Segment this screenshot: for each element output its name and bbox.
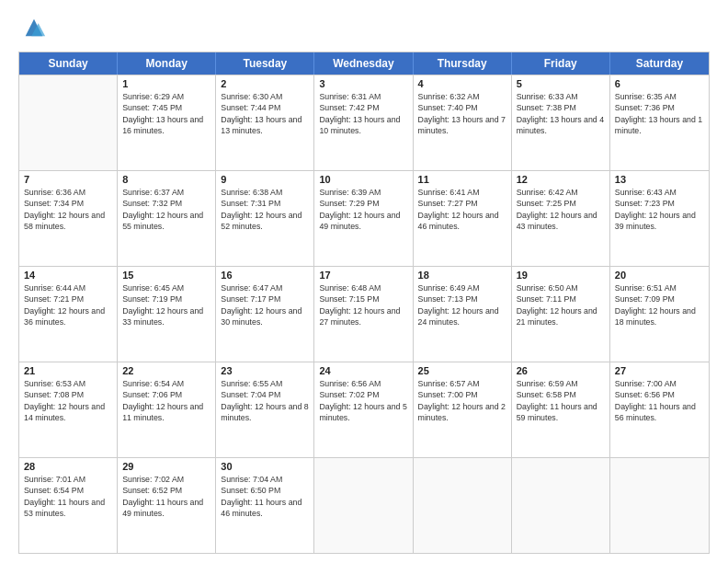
calendar-cell: 14Sunrise: 6:44 AM Sunset: 7:21 PM Dayli… (19, 267, 118, 362)
cell-info: Sunrise: 6:43 AM Sunset: 7:23 PM Dayligh… (615, 187, 704, 232)
calendar-row-3: 21Sunrise: 6:53 AM Sunset: 7:08 PM Dayli… (19, 362, 709, 457)
day-number: 9 (221, 174, 309, 185)
cell-info: Sunrise: 6:30 AM Sunset: 7:44 PM Dayligh… (221, 91, 309, 136)
header-day-thursday: Thursday (414, 52, 512, 75)
day-number: 10 (319, 174, 407, 185)
day-number: 20 (615, 270, 704, 281)
cell-info: Sunrise: 6:29 AM Sunset: 7:45 PM Dayligh… (122, 91, 210, 136)
calendar-cell: 19Sunrise: 6:50 AM Sunset: 7:11 PM Dayli… (512, 267, 610, 362)
calendar-row-4: 28Sunrise: 7:01 AM Sunset: 6:54 PM Dayli… (19, 457, 709, 553)
calendar-cell (414, 458, 512, 553)
day-number: 3 (319, 78, 407, 89)
cell-info: Sunrise: 6:56 AM Sunset: 7:02 PM Dayligh… (319, 378, 407, 423)
day-number: 23 (221, 365, 309, 376)
day-number: 19 (517, 270, 605, 281)
calendar-cell: 15Sunrise: 6:45 AM Sunset: 7:19 PM Dayli… (118, 267, 216, 362)
cell-info: Sunrise: 6:48 AM Sunset: 7:15 PM Dayligh… (319, 282, 407, 327)
calendar-cell: 9Sunrise: 6:38 AM Sunset: 7:31 PM Daylig… (216, 171, 314, 266)
calendar-cell: 17Sunrise: 6:48 AM Sunset: 7:15 PM Dayli… (314, 267, 413, 362)
calendar-cell: 27Sunrise: 7:00 AM Sunset: 6:56 PM Dayli… (610, 362, 709, 457)
calendar-cell: 26Sunrise: 6:59 AM Sunset: 6:58 PM Dayli… (512, 362, 610, 457)
day-number: 22 (122, 365, 210, 376)
cell-info: Sunrise: 6:36 AM Sunset: 7:34 PM Dayligh… (24, 187, 112, 232)
calendar-cell: 6Sunrise: 6:35 AM Sunset: 7:36 PM Daylig… (610, 75, 709, 170)
cell-info: Sunrise: 7:02 AM Sunset: 6:52 PM Dayligh… (122, 474, 210, 519)
calendar-cell: 28Sunrise: 7:01 AM Sunset: 6:54 PM Dayli… (19, 458, 118, 553)
cell-info: Sunrise: 6:38 AM Sunset: 7:31 PM Dayligh… (221, 187, 309, 232)
calendar-cell (512, 458, 610, 553)
calendar-cell: 24Sunrise: 6:56 AM Sunset: 7:02 PM Dayli… (314, 362, 413, 457)
day-number: 13 (615, 174, 704, 185)
cell-info: Sunrise: 6:51 AM Sunset: 7:09 PM Dayligh… (615, 282, 704, 327)
calendar-cell: 7Sunrise: 6:36 AM Sunset: 7:34 PM Daylig… (19, 171, 118, 266)
cell-info: Sunrise: 6:39 AM Sunset: 7:29 PM Dayligh… (319, 187, 407, 232)
calendar-cell: 3Sunrise: 6:31 AM Sunset: 7:42 PM Daylig… (314, 75, 413, 170)
cell-info: Sunrise: 6:35 AM Sunset: 7:36 PM Dayligh… (615, 91, 704, 136)
cell-info: Sunrise: 6:37 AM Sunset: 7:32 PM Dayligh… (122, 187, 210, 232)
day-number: 15 (122, 270, 210, 281)
cell-info: Sunrise: 6:47 AM Sunset: 7:17 PM Dayligh… (221, 282, 309, 327)
day-number: 21 (24, 365, 112, 376)
calendar-cell: 2Sunrise: 6:30 AM Sunset: 7:44 PM Daylig… (216, 75, 314, 170)
calendar-cell (314, 458, 413, 553)
header-day-friday: Friday (512, 52, 610, 75)
logo-icon (21, 15, 47, 40)
day-number: 7 (24, 174, 112, 185)
calendar-row-2: 14Sunrise: 6:44 AM Sunset: 7:21 PM Dayli… (19, 266, 709, 362)
calendar-row-1: 7Sunrise: 6:36 AM Sunset: 7:34 PM Daylig… (19, 170, 709, 266)
day-number: 27 (615, 365, 704, 376)
calendar-cell: 30Sunrise: 7:04 AM Sunset: 6:50 PM Dayli… (216, 458, 314, 553)
calendar-cell: 25Sunrise: 6:57 AM Sunset: 7:00 PM Dayli… (414, 362, 512, 457)
calendar-cell: 20Sunrise: 6:51 AM Sunset: 7:09 PM Dayli… (610, 267, 709, 362)
calendar-cell: 29Sunrise: 7:02 AM Sunset: 6:52 PM Dayli… (118, 458, 216, 553)
calendar-cell: 22Sunrise: 6:54 AM Sunset: 7:06 PM Dayli… (118, 362, 216, 457)
header-day-saturday: Saturday (610, 52, 709, 75)
cell-info: Sunrise: 7:00 AM Sunset: 6:56 PM Dayligh… (615, 378, 704, 423)
header-day-wednesday: Wednesday (314, 52, 413, 75)
calendar-body: 1Sunrise: 6:29 AM Sunset: 7:45 PM Daylig… (19, 75, 709, 553)
cell-info: Sunrise: 7:01 AM Sunset: 6:54 PM Dayligh… (24, 474, 112, 519)
calendar-cell: 11Sunrise: 6:41 AM Sunset: 7:27 PM Dayli… (414, 171, 512, 266)
day-number: 18 (418, 270, 506, 281)
header-day-sunday: Sunday (19, 52, 118, 75)
cell-info: Sunrise: 6:55 AM Sunset: 7:04 PM Dayligh… (221, 378, 309, 423)
day-number: 14 (24, 270, 112, 281)
day-number: 6 (615, 78, 704, 89)
day-number: 2 (221, 78, 309, 89)
calendar-cell: 16Sunrise: 6:47 AM Sunset: 7:17 PM Dayli… (216, 267, 314, 362)
calendar-cell: 10Sunrise: 6:39 AM Sunset: 7:29 PM Dayli… (314, 171, 413, 266)
cell-info: Sunrise: 6:45 AM Sunset: 7:19 PM Dayligh… (122, 282, 210, 327)
calendar-header: SundayMondayTuesdayWednesdayThursdayFrid… (19, 52, 709, 75)
cell-info: Sunrise: 6:32 AM Sunset: 7:40 PM Dayligh… (418, 91, 506, 136)
cell-info: Sunrise: 6:42 AM Sunset: 7:25 PM Dayligh… (517, 187, 605, 232)
cell-info: Sunrise: 6:33 AM Sunset: 7:38 PM Dayligh… (517, 91, 605, 136)
cell-info: Sunrise: 6:53 AM Sunset: 7:08 PM Dayligh… (24, 378, 112, 423)
day-number: 24 (319, 365, 407, 376)
calendar: SundayMondayTuesdayWednesdayThursdayFrid… (18, 52, 710, 554)
cell-info: Sunrise: 6:50 AM Sunset: 7:11 PM Dayligh… (517, 282, 605, 327)
day-number: 12 (517, 174, 605, 185)
header (18, 15, 710, 42)
calendar-cell (19, 75, 118, 170)
day-number: 4 (418, 78, 506, 89)
cell-info: Sunrise: 6:49 AM Sunset: 7:13 PM Dayligh… (418, 282, 506, 327)
calendar-cell: 12Sunrise: 6:42 AM Sunset: 7:25 PM Dayli… (512, 171, 610, 266)
calendar-cell: 18Sunrise: 6:49 AM Sunset: 7:13 PM Dayli… (414, 267, 512, 362)
calendar-cell: 5Sunrise: 6:33 AM Sunset: 7:38 PM Daylig… (512, 75, 610, 170)
calendar-cell: 1Sunrise: 6:29 AM Sunset: 7:45 PM Daylig… (118, 75, 216, 170)
day-number: 1 (122, 78, 210, 89)
logo (18, 15, 47, 42)
day-number: 8 (122, 174, 210, 185)
calendar-cell: 23Sunrise: 6:55 AM Sunset: 7:04 PM Dayli… (216, 362, 314, 457)
cell-info: Sunrise: 6:31 AM Sunset: 7:42 PM Dayligh… (319, 91, 407, 136)
calendar-cell: 13Sunrise: 6:43 AM Sunset: 7:23 PM Dayli… (610, 171, 709, 266)
page: SundayMondayTuesdayWednesdayThursdayFrid… (0, 0, 728, 563)
calendar-cell: 4Sunrise: 6:32 AM Sunset: 7:40 PM Daylig… (414, 75, 512, 170)
cell-info: Sunrise: 6:57 AM Sunset: 7:00 PM Dayligh… (418, 378, 506, 423)
day-number: 16 (221, 270, 309, 281)
header-day-monday: Monday (118, 52, 216, 75)
cell-info: Sunrise: 6:41 AM Sunset: 7:27 PM Dayligh… (418, 187, 506, 232)
header-day-tuesday: Tuesday (216, 52, 314, 75)
day-number: 29 (122, 461, 210, 472)
cell-info: Sunrise: 6:54 AM Sunset: 7:06 PM Dayligh… (122, 378, 210, 423)
